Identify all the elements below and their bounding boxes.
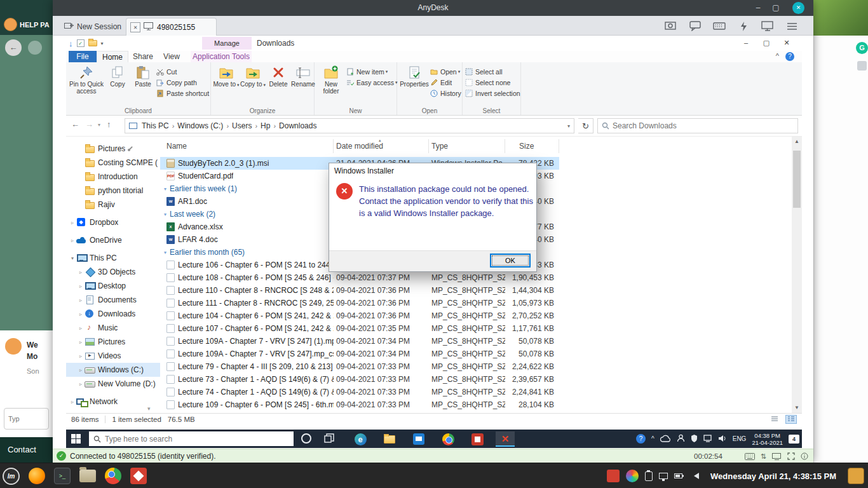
chevron-right-icon[interactable]: ▹ (77, 283, 85, 289)
file-row-lecture-104-chapter-6-pom-s-241-242-2[interactable]: Lecture 104 - Chapter 6 - POM [S 241, 24… (160, 309, 559, 322)
help-icon[interactable]: ? (785, 52, 794, 61)
breadcrumb-item-this-pc[interactable]: This PC (140, 121, 171, 130)
volume-tray-icon[interactable] (691, 473, 699, 479)
sidebar-item-network[interactable]: ▹Network (66, 395, 160, 409)
file-row-lecture-107-chapter-6-pom-s-241-242-2[interactable]: Lecture 107 - Chapter 6 - POM [S 241, 24… (160, 322, 559, 335)
invert-selection-button[interactable]: Invert selection (465, 88, 520, 98)
mail-taskbar-icon[interactable] (409, 431, 428, 447)
cortana-button[interactable] (301, 433, 311, 444)
qat-new-folder-icon[interactable] (88, 40, 97, 46)
back-icon[interactable]: ← (71, 119, 79, 129)
chevron-right-icon[interactable]: ▹ (69, 399, 76, 405)
easy-access-button[interactable]: Easy access▾ (346, 77, 397, 88)
tab-share[interactable]: Share (128, 51, 158, 62)
file-row-lecture-109a-chapter-7-vrv-s-247-1-mp-c[interactable]: Lecture 109A - Chapter 7 - VRV [S 247] (… (160, 335, 559, 348)
chevron-down-icon[interactable]: ▾ (69, 255, 76, 261)
swap-sides-icon[interactable]: ⇅ (761, 452, 766, 461)
scrollbar-thumb[interactable] (793, 151, 801, 208)
sidebar-item-pictures[interactable]: Pictures (66, 142, 160, 156)
screenshot-icon[interactable] (663, 18, 679, 34)
details-view-button[interactable] (785, 415, 797, 424)
copy-button[interactable]: Copy (105, 64, 130, 105)
taskbar-clock[interactable]: 04:38 PM 21-04-2021 (752, 432, 783, 446)
sidebar-item-introduction[interactable]: Introduction (66, 170, 160, 184)
new-item-button[interactable]: New item▾ (346, 66, 397, 77)
chevron-right-icon[interactable]: ▹ (69, 238, 76, 243)
grammarly-icon[interactable]: G (856, 42, 868, 54)
copy-to-button[interactable]: Copy to▾ (240, 64, 266, 105)
history-caret-icon[interactable]: ▾ (98, 122, 100, 128)
chevron-right-icon[interactable]: ▹ (77, 353, 85, 359)
tab-view[interactable]: View (158, 51, 186, 62)
sidebar-item-python-titorial[interactable]: python titorial (66, 184, 160, 198)
keyboard-mode-icon[interactable] (745, 453, 755, 460)
chevron-right-icon[interactable]: ▹ (69, 220, 76, 226)
mint-menu-icon[interactable]: lm (3, 468, 20, 485)
sidebar-item-music[interactable]: ▹Music (66, 321, 160, 335)
new-folder-button[interactable]: New folder (316, 64, 346, 105)
close-session-icon[interactable]: ✕ (130, 22, 140, 32)
paste-button[interactable]: Paste (130, 64, 156, 105)
sidebar-item-windows-c[interactable]: ▹Windows (C:) (66, 363, 160, 377)
qat-customize-caret-icon[interactable]: ▾ (101, 41, 104, 46)
chevron-right-icon[interactable]: ▹ (77, 269, 85, 275)
file-row-lecture-74-chapter-1-aqd-s-149-6-7[interactable]: Lecture 74 - Chapter 1 - AQD [S 149(6) &… (160, 386, 559, 398)
rename-button[interactable]: Rename (290, 64, 316, 105)
chrome-icon[interactable] (105, 468, 121, 484)
explorer-maximize-button[interactable]: ▢ (757, 36, 775, 50)
chat-input[interactable] (4, 408, 49, 430)
tab-application-tools[interactable]: Application Tools (191, 51, 252, 62)
windows-search-input[interactable] (105, 435, 289, 444)
tray-expand-icon[interactable]: ^ (651, 435, 654, 442)
edit-button[interactable]: Edit (430, 77, 461, 88)
paste-shortcut-button[interactable]: Paste shortcut (156, 88, 209, 98)
language-indicator[interactable]: ENG (733, 435, 747, 442)
breadcrumb-item-downloads[interactable]: Downloads (277, 121, 318, 130)
cut-button[interactable]: Cut (156, 66, 209, 77)
explorer-minimize-button[interactable]: – (737, 36, 755, 50)
file-row-lecture-109-chapter-6-pom-s-245-6th-mp[interactable]: Lecture 109 - Chapter 6 - POM [S 245] - … (160, 398, 559, 411)
column-header-size[interactable]: Size (505, 139, 559, 153)
select-none-button[interactable]: Select none (465, 77, 520, 88)
display-settings-icon[interactable] (760, 18, 775, 34)
minimize-button[interactable]: – (751, 2, 765, 13)
clipboard-tray-icon[interactable] (645, 471, 653, 481)
column-header-type[interactable]: Type (429, 139, 505, 153)
session-tab[interactable]: ✕ 498025155 (126, 18, 217, 36)
address-caret-icon[interactable]: ▾ (567, 123, 570, 129)
network-tray-icon[interactable] (659, 473, 668, 479)
properties-button[interactable]: Properties (399, 64, 430, 105)
anydesk-tray-icon[interactable] (607, 470, 620, 482)
refresh-icon[interactable]: ↻ (578, 118, 593, 133)
network-icon[interactable] (703, 433, 712, 445)
list-view-button[interactable] (769, 415, 780, 424)
extension-icon[interactable] (857, 61, 867, 71)
onedrive-cloud-icon[interactable] (660, 433, 671, 445)
keyboard-icon[interactable] (712, 18, 727, 34)
toolbar-circle-icon[interactable] (28, 41, 42, 55)
file-row-lecture-110-chapter-8-rncroc-s-248-25[interactable]: Lecture 110 - Chapter 8 - RNCROC [S 248 … (160, 284, 559, 297)
app-tray-icon[interactable] (626, 470, 639, 482)
workspace-switcher-icon[interactable] (848, 468, 864, 484)
breadcrumb-item-hp[interactable]: Hp (259, 121, 272, 130)
chevron-right-icon[interactable]: ▹ (77, 311, 85, 317)
open-button[interactable]: Open▾ (430, 66, 461, 77)
copy-path-button[interactable]: Copy path (156, 77, 209, 88)
actions-lightning-icon[interactable] (736, 18, 751, 34)
info-icon[interactable] (801, 452, 808, 460)
sidebar-item-downloads[interactable]: ▹Downloads (66, 307, 160, 321)
sidebar-item-new-volume-d[interactable]: ▹New Volume (D:) (66, 377, 160, 391)
task-view-button[interactable] (324, 433, 334, 446)
forward-icon[interactable]: → (85, 119, 93, 129)
delete-button[interactable]: Delete (266, 64, 290, 105)
security-shield-icon[interactable] (691, 433, 698, 445)
select-all-button[interactable]: Select all (465, 66, 520, 77)
chevron-right-icon[interactable]: ▹ (77, 325, 85, 331)
chevron-right-icon[interactable]: ▹ (77, 339, 85, 345)
notification-center-icon[interactable]: 4 (789, 435, 799, 444)
file-row-lecture-111-chapter-8-rncroc-s-249-251[interactable]: Lecture 111 - Chapter 8 - RNCROC [S 249,… (160, 297, 559, 309)
scroll-down-icon[interactable]: ▼ (792, 403, 802, 413)
sidebar-item-onedrive[interactable]: ▹OneDrive (66, 233, 160, 247)
terminal-icon[interactable]: >_ (54, 468, 71, 484)
sidebar-scroll-caret-icon[interactable]: ▾ (147, 405, 151, 412)
